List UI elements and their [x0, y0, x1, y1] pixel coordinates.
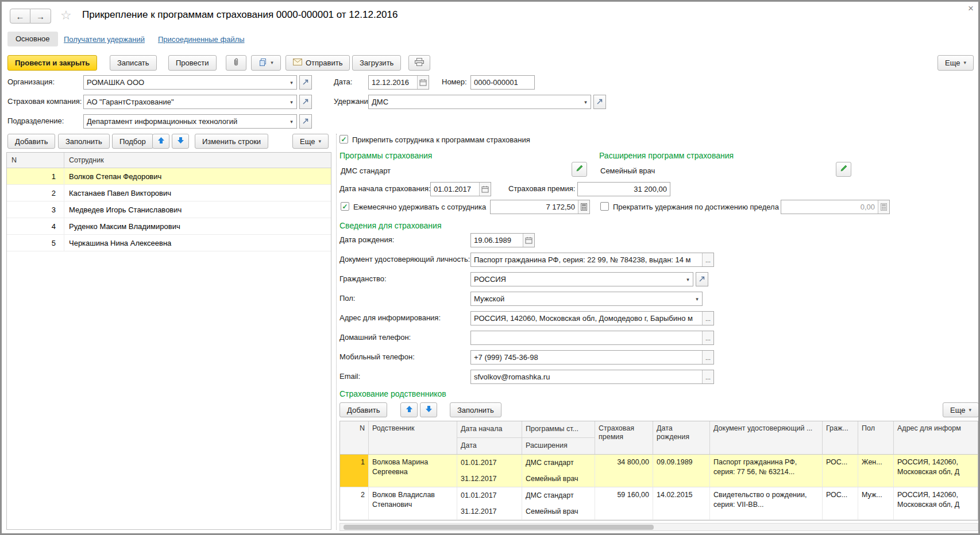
employees-move-down-button[interactable] — [172, 134, 189, 149]
monthly-deduct-checkbox[interactable]: ✓ — [341, 202, 349, 211]
stop-limit-input[interactable] — [781, 200, 878, 214]
calendar-icon[interactable] — [479, 183, 491, 196]
close-icon[interactable]: × — [968, 3, 974, 14]
employee-row[interactable]: 5 Черкашина Нина Алексеевна — [7, 235, 331, 251]
mobile-phone-input[interactable] — [471, 351, 702, 364]
date-input[interactable] — [369, 76, 417, 89]
identity-doc-input[interactable] — [471, 253, 702, 266]
chevron-down-icon[interactable]: ▾ — [683, 273, 693, 286]
number-input[interactable] — [471, 76, 534, 89]
ellipsis-icon[interactable]: ... — [702, 331, 713, 344]
relatives-col-premium[interactable]: Страховая премия — [595, 421, 653, 454]
calendar-icon[interactable] — [417, 76, 429, 89]
employee-row[interactable]: 2 Кастанаев Павел Викторович — [7, 185, 331, 201]
relatives-move-up-button[interactable] — [400, 402, 418, 417]
panel-splitter[interactable] — [336, 134, 337, 530]
employees-col-name[interactable]: Сотрудник — [64, 153, 331, 168]
chevron-down-icon[interactable]: ▾ — [287, 115, 296, 128]
relatives-col-start-date[interactable]: Дата начала Дата — [457, 421, 522, 454]
department-open-button[interactable] — [299, 114, 312, 129]
calculator-icon[interactable] — [878, 200, 889, 214]
deduction-open-button[interactable] — [593, 95, 606, 109]
insurance-company-open-button[interactable] — [299, 95, 312, 109]
print-button[interactable] — [408, 55, 430, 71]
relatives-col-citizenship[interactable]: Граж... — [823, 421, 858, 454]
employees-move-up-button[interactable] — [152, 134, 169, 149]
copy-template-button[interactable]: ▾ — [251, 55, 281, 71]
post-button[interactable]: Провести — [168, 55, 217, 71]
premium-input[interactable] — [578, 183, 670, 196]
link-deduction-recipients[interactable]: Получатели удержаний — [64, 35, 145, 44]
ellipsis-icon[interactable]: ... — [702, 312, 713, 325]
relatives-col-n[interactable]: N — [340, 421, 369, 454]
relative-date-start: 01.01.2017 — [457, 455, 522, 471]
relatives-col-document[interactable]: Документ удостоверяющий ... — [710, 421, 823, 454]
chevron-down-icon[interactable]: ▾ — [581, 95, 591, 108]
send-button[interactable]: Отправить — [285, 55, 350, 71]
relatives-col-birth[interactable]: Дата рождения — [653, 421, 710, 454]
relative-row[interactable]: 1 Волкова Марина Сергеевна 01.01.2017 31… — [340, 455, 978, 487]
relatives-col-relative[interactable]: Родственник — [369, 421, 457, 454]
more-button-top[interactable]: Еще ▾ — [937, 55, 974, 71]
start-date-input[interactable] — [431, 183, 479, 196]
relatives-add-button[interactable]: Добавить — [339, 402, 387, 417]
ellipsis-icon[interactable]: ... — [702, 370, 713, 383]
calendar-icon[interactable] — [523, 234, 534, 247]
gender-input[interactable] — [471, 292, 692, 305]
relatives-col-programs[interactable]: Программы ст... Расширения — [522, 421, 595, 454]
horizontal-scrollbar[interactable] — [339, 523, 978, 531]
employee-row[interactable]: 3 Медведев Игорь Станиславович — [7, 201, 331, 218]
relatives-more-button[interactable]: Еще ▾ — [943, 402, 979, 417]
organization-open-button[interactable] — [299, 75, 312, 90]
calculator-icon[interactable] — [578, 200, 589, 214]
attach-file-button[interactable] — [226, 55, 246, 71]
organization-input[interactable] — [84, 76, 287, 89]
identity-doc-field: ... — [470, 253, 714, 267]
employees-col-n[interactable]: N — [7, 153, 64, 168]
employees-fill-button[interactable]: Заполнить — [58, 134, 110, 149]
home-phone-input[interactable] — [471, 331, 702, 344]
attach-checkbox[interactable]: ✓ — [339, 135, 348, 144]
load-button[interactable]: Загрузить — [352, 55, 401, 71]
tab-main[interactable]: Основное — [7, 32, 58, 46]
chevron-down-icon[interactable]: ▾ — [287, 95, 296, 108]
relatives-fill-button[interactable]: Заполнить — [450, 402, 501, 417]
programs-edit-button[interactable] — [572, 162, 587, 177]
insurance-company-input[interactable] — [84, 95, 287, 108]
relatives-col-gender[interactable]: Пол — [858, 421, 894, 454]
relatives-move-down-button[interactable] — [420, 402, 437, 417]
citizenship-input[interactable] — [471, 273, 683, 286]
relative-row[interactable]: 2 Волков Владислав Степанович 01.01.2017… — [340, 487, 978, 520]
citizenship-open-button[interactable] — [696, 272, 708, 286]
employee-row[interactable]: 4 Руденко Максим Владимирович — [7, 218, 331, 235]
employee-row-name: Руденко Максим Владимирович — [64, 218, 331, 234]
employees-add-button[interactable]: Добавить — [7, 134, 55, 149]
write-button[interactable]: Записать — [110, 55, 157, 71]
ellipsis-icon[interactable]: ... — [702, 351, 713, 364]
date-field — [368, 75, 429, 90]
address-input[interactable] — [471, 312, 702, 325]
stop-deduct-checkbox[interactable] — [600, 202, 609, 211]
scrollbar-thumb[interactable] — [344, 525, 654, 530]
birth-date-input[interactable] — [471, 234, 523, 247]
employees-edit-rows-button[interactable]: Изменить строки — [195, 134, 268, 149]
employee-row[interactable]: 1 Волков Степан Федорович — [7, 168, 331, 185]
employees-more-button[interactable]: Еще ▾ — [292, 134, 329, 149]
monthly-amount-input[interactable] — [491, 200, 578, 214]
forward-button[interactable]: → — [30, 9, 51, 24]
email-input[interactable] — [471, 370, 702, 383]
deduction-input[interactable] — [369, 95, 581, 108]
relatives-table: N Родственник Дата начала Дата Программы… — [339, 421, 978, 521]
favorite-star-icon[interactable]: ☆ — [60, 8, 72, 23]
back-button[interactable]: ← — [10, 9, 30, 24]
number-field — [470, 75, 535, 90]
post-and-close-button[interactable]: Провести и закрыть — [7, 55, 97, 71]
department-input[interactable] — [84, 115, 287, 128]
extensions-edit-button[interactable] — [836, 162, 851, 177]
chevron-down-icon[interactable]: ▾ — [287, 76, 296, 89]
ellipsis-icon[interactable]: ... — [702, 253, 713, 266]
employees-pick-button[interactable]: Подбор — [112, 134, 153, 149]
link-attached-files[interactable]: Присоединенные файлы — [158, 35, 245, 44]
relatives-col-address[interactable]: Адрес для информ — [894, 421, 978, 454]
chevron-down-icon[interactable]: ▾ — [692, 292, 702, 305]
